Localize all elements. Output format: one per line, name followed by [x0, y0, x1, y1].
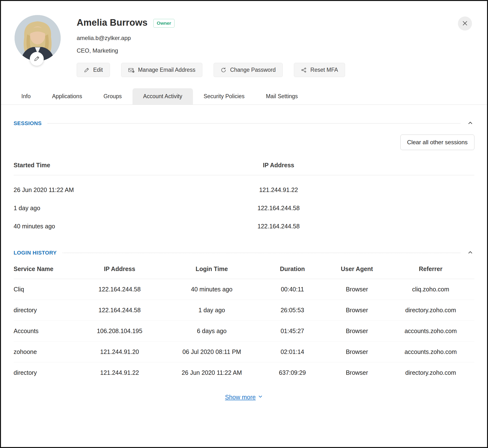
login-user-agent: Browser: [327, 279, 387, 300]
login-time: 1 day ago: [166, 300, 258, 321]
user-profile-panel: Amelia Burrows Owner amelia.b@zylker.app…: [0, 0, 488, 448]
login-duration: 01:45:27: [258, 321, 327, 342]
login-referrer: directory.zoho.com: [387, 362, 474, 383]
login-duration: 637:09:29: [258, 362, 327, 383]
chevron-down-icon: [258, 394, 263, 401]
login-duration: 26:05:53: [258, 300, 327, 321]
profile-actions: Edit Manage Email Address: [77, 63, 345, 77]
user-name: Amelia Burrows: [77, 17, 148, 28]
tab-security-policies[interactable]: Security Policies: [193, 88, 255, 104]
login-service-name: Cliq: [14, 279, 74, 300]
login-referrer: accounts.zoho.com: [387, 342, 474, 362]
edit-button-label: Edit: [93, 67, 103, 73]
login-ip-address: 121.244.91.20: [74, 342, 166, 362]
session-started-time: 40 minutes ago: [14, 212, 198, 230]
sessions-header-row: Started Time IP Address: [14, 162, 474, 175]
pencil-icon: [34, 56, 40, 63]
session-ip-address: 122.164.244.58: [198, 193, 359, 212]
sessions-col-ip-address: IP Address: [198, 162, 359, 175]
reset-mfa-button-label: Reset MFA: [310, 67, 338, 73]
close-icon: [462, 20, 468, 27]
tab-applications[interactable]: Applications: [41, 88, 93, 104]
show-more-row: Show more: [14, 394, 474, 401]
login-service-name: Accounts: [14, 321, 74, 342]
profile-info: Amelia Burrows Owner amelia.b@zylker.app…: [77, 15, 345, 77]
login-col-login-time: Login Time: [166, 265, 258, 279]
login-duration: 00:40:11: [258, 279, 327, 300]
sessions-table: Started Time IP Address 26 Jun 2020 11:2…: [14, 162, 474, 230]
login-service-name: directory: [14, 362, 74, 383]
refresh-icon: [221, 67, 226, 73]
table-row: Cliq 122.164.244.58 40 minutes ago 00:40…: [14, 279, 474, 300]
sessions-col-started-time: Started Time: [14, 162, 198, 175]
name-row: Amelia Burrows Owner: [77, 17, 345, 28]
show-more-label: Show more: [225, 394, 256, 401]
table-row: directory 122.164.244.58 1 day ago 26:05…: [14, 300, 474, 321]
login-ip-address: 121.244.91.22: [74, 362, 166, 383]
avatar-edit-button[interactable]: [30, 52, 44, 66]
login-referrer: cliq.zoho.com: [387, 279, 474, 300]
owner-badge: Owner: [153, 19, 174, 28]
show-more-link[interactable]: Show more: [225, 394, 263, 401]
login-duration: 02:01:14: [258, 342, 327, 362]
login-service-name: directory: [14, 300, 74, 321]
login-referrer: accounts.zoho.com: [387, 321, 474, 342]
login-history-collapse-button[interactable]: [466, 248, 474, 257]
login-ip-address: 122.164.244.58: [74, 300, 166, 321]
login-service-name: zohoone: [14, 342, 74, 362]
login-history-title: LOGIN HISTORY: [14, 250, 57, 256]
session-started-time: 26 Jun 2020 11:22 AM: [14, 175, 198, 194]
table-row: zohoone 121.244.91.20 06 Jul 2020 08:11 …: [14, 342, 474, 362]
table-row: directory 121.244.91.22 26 Jun 2020 11:2…: [14, 362, 474, 383]
login-time: 6 days ago: [166, 321, 258, 342]
edit-button[interactable]: Edit: [77, 63, 110, 77]
session-ip-address: 122.164.244.58: [198, 212, 359, 230]
login-user-agent: Browser: [327, 362, 387, 383]
login-col-user-agent: User Agent: [327, 265, 387, 279]
login-user-agent: Browser: [327, 300, 387, 321]
chevron-up-icon: [467, 249, 473, 256]
tab-info[interactable]: Info: [11, 88, 41, 104]
dotted-divider: [48, 123, 460, 124]
table-row: 26 Jun 2020 11:22 AM 121.244.91.22: [14, 175, 474, 194]
login-history-section: LOGIN HISTORY Service Name IP Address L: [14, 248, 474, 401]
login-history-header-row: Service Name IP Address Login Time Durat…: [14, 265, 474, 279]
login-col-referrer: Referrer: [387, 265, 474, 279]
tab-account-activity[interactable]: Account Activity: [132, 88, 193, 104]
login-history-header: LOGIN HISTORY: [14, 248, 474, 257]
table-row: Accounts 106.208.104.195 6 days ago 01:4…: [14, 321, 474, 342]
table-row: 40 minutes ago 122.164.244.58: [14, 212, 474, 230]
login-time: 26 Jun 2020 11:22 AM: [166, 362, 258, 383]
clear-all-sessions-button[interactable]: Clear all other sessions: [400, 135, 474, 150]
sessions-collapse-button[interactable]: [466, 119, 474, 128]
profile-tabs: Info Applications Groups Account Activit…: [1, 88, 487, 105]
avatar: [15, 15, 61, 61]
login-user-agent: Browser: [327, 321, 387, 342]
reset-mfa-button[interactable]: Reset MFA: [294, 63, 345, 77]
login-user-agent: Browser: [327, 342, 387, 362]
sessions-title: SESSIONS: [14, 120, 42, 127]
tab-mail-settings[interactable]: Mail Settings: [255, 88, 309, 104]
login-referrer: directory.zoho.com: [387, 300, 474, 321]
change-password-button-label: Change Password: [230, 67, 276, 73]
dotted-divider: [63, 253, 460, 253]
user-role: CEO, Marketing: [77, 47, 345, 54]
pencil-icon: [84, 67, 90, 73]
tab-groups[interactable]: Groups: [93, 88, 132, 104]
manage-email-button-label: Manage Email Address: [138, 67, 196, 73]
login-ip-address: 106.208.104.195: [74, 321, 166, 342]
sessions-section-header: SESSIONS: [14, 119, 474, 128]
sessions-col-spacer: [359, 162, 474, 175]
account-activity-content: SESSIONS Clear all other sessions Starte…: [1, 119, 487, 401]
profile-header: Amelia Burrows Owner amelia.b@zylker.app…: [1, 1, 487, 77]
chevron-up-icon: [467, 120, 473, 127]
close-button[interactable]: [458, 16, 472, 31]
login-time: 06 Jul 2020 08:11 PM: [166, 342, 258, 362]
change-password-button[interactable]: Change Password: [214, 63, 283, 77]
user-email: amelia.b@zylker.app: [77, 35, 345, 41]
login-col-duration: Duration: [258, 265, 327, 279]
login-col-service-name: Service Name: [14, 265, 74, 279]
login-time: 40 minutes ago: [166, 279, 258, 300]
envelope-gear-icon: [128, 67, 134, 73]
manage-email-button[interactable]: Manage Email Address: [121, 63, 203, 77]
